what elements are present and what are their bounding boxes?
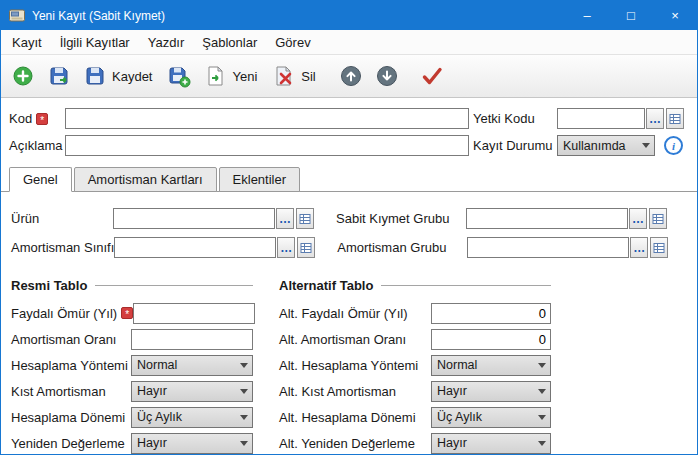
aciklama-row: Açıklama Kayıt Durumu Kullanımda i xyxy=(1,132,697,159)
yetki-kodu-group: Yetki Kodu … xyxy=(473,108,689,129)
aciklama-input[interactable] xyxy=(65,135,469,156)
alt-hesaplama-donemi-select[interactable]: Üç Aylık xyxy=(431,407,551,428)
urun-input[interactable] xyxy=(113,208,275,229)
tab-amortisman-kartlari[interactable]: Amortisman Kartları xyxy=(74,167,217,192)
amortisman-orani-input[interactable] xyxy=(131,329,253,350)
tab-content-genel: Ürün … Sabit Kıymet Grubu … xyxy=(1,192,697,455)
amortisman-sinifi-lookup: … xyxy=(114,237,315,258)
urun-row: Ürün … Sabit Kıymet Grubu … xyxy=(1,204,697,233)
group-divider xyxy=(95,285,253,286)
amortisman-sinifi-list-button[interactable] xyxy=(297,237,315,258)
alt-kist-amortisman-value: Hayır xyxy=(432,384,534,398)
sabit-kiymet-grubu-list-button[interactable] xyxy=(649,208,667,229)
maximize-button[interactable]: □ xyxy=(609,1,653,30)
sabit-kiymet-grubu-lookup: … xyxy=(466,208,667,229)
add-button[interactable] xyxy=(6,61,39,92)
menu-kayit[interactable]: Kayıt xyxy=(3,32,51,53)
info-icon[interactable]: i xyxy=(664,136,683,155)
save-close-icon xyxy=(45,63,72,90)
kist-amortisman-value: Hayır xyxy=(132,384,236,398)
sabit-kiymet-grubu-input[interactable] xyxy=(466,208,628,229)
alt-kist-amortisman-row: Alt. Kıst Amortisman Hayır xyxy=(279,378,551,404)
alternatif-tablo-header: Alternatif Tablo xyxy=(279,276,551,294)
urun-list-button[interactable] xyxy=(296,208,314,229)
yeniden-degerleme-row: Yeniden Değerleme Hayır xyxy=(11,430,253,455)
faydali-omur-row: Faydalı Ömür (Yıl) * xyxy=(11,300,253,326)
alt-hesaplama-donemi-label: Alt. Hesaplama Dönemi xyxy=(279,410,416,425)
alt-hesaplama-donemi-row: Alt. Hesaplama Dönemi Üç Aylık xyxy=(279,404,551,430)
chevron-down-icon xyxy=(534,415,550,420)
hesaplama-donemi-row: Hesaplama Dönemi Üç Aylık xyxy=(11,404,253,430)
alt-kist-amortisman-select[interactable]: Hayır xyxy=(431,381,551,402)
chevron-down-icon xyxy=(236,389,252,394)
kayit-durumu-select[interactable]: Kullanımda xyxy=(557,135,655,156)
menu-yazdir[interactable]: Yazdır xyxy=(139,32,194,53)
amortisman-grubu-browse-button[interactable]: … xyxy=(630,237,648,258)
minimize-button[interactable]: – xyxy=(565,1,609,30)
save-button[interactable]: Kaydet xyxy=(78,61,159,92)
list-icon xyxy=(299,213,311,225)
amortisman-sinifi-browse-button[interactable]: … xyxy=(277,237,295,258)
yeniden-degerleme-label-wrap: Yeniden Değerleme xyxy=(11,436,131,451)
next-record-button[interactable] xyxy=(371,61,404,92)
delete-button[interactable]: Sil xyxy=(267,61,322,92)
close-button[interactable]: × xyxy=(653,1,697,30)
alt-yeniden-degerleme-select[interactable]: Hayır xyxy=(431,433,551,454)
kayit-durumu-value: Kullanımda xyxy=(558,139,638,153)
alt-faydali-omur-input[interactable] xyxy=(431,303,551,324)
urun-browse-button[interactable]: … xyxy=(276,208,294,229)
yeniden-degerleme-select[interactable]: Hayır xyxy=(131,433,253,454)
hesaplama-donemi-label-wrap: Hesaplama Dönemi xyxy=(11,410,131,425)
menu-ilgili-kayitlar[interactable]: İlgili Kayıtlar xyxy=(51,32,139,53)
alt-amortisman-orani-label: Alt. Amortisman Oranı xyxy=(279,332,406,347)
yetki-kodu-list-button[interactable] xyxy=(666,108,684,129)
sabit-kiymet-grubu-label: Sabit Kıymet Grubu xyxy=(336,211,466,226)
urun-label: Ürün xyxy=(11,211,113,226)
hesaplama-yontemi-value: Normal xyxy=(132,358,236,372)
amortisman-sinifi-row: Amortisman Sınıfı … Amortisman Grubu … xyxy=(1,233,697,262)
header-fields: Kod * Yetki Kodu … Açıklama xyxy=(1,98,697,159)
window-title: Yeni Kayıt (Sabit Kıymet) xyxy=(32,9,565,23)
hesaplama-yontemi-select[interactable]: Normal xyxy=(131,355,253,376)
tab-genel[interactable]: Genel xyxy=(9,167,72,192)
save-new-icon xyxy=(165,63,192,90)
kod-input[interactable] xyxy=(65,108,469,129)
list-icon xyxy=(669,113,681,125)
previous-record-button[interactable] xyxy=(335,61,368,92)
alt-yeniden-degerleme-label-wrap: Alt. Yeniden Değerleme xyxy=(279,436,431,451)
kist-amortisman-select[interactable]: Hayır xyxy=(131,381,253,402)
yetki-kodu-browse-button[interactable]: … xyxy=(646,108,664,129)
alt-kist-amortisman-label: Alt. Kıst Amortisman xyxy=(279,384,396,399)
amortisman-grubu-input[interactable] xyxy=(467,237,629,258)
yeniden-degerleme-label: Yeniden Değerleme xyxy=(11,436,125,451)
kayit-durumu-group: Kayıt Durumu Kullanımda i xyxy=(473,135,689,156)
menu-gorev[interactable]: Görev xyxy=(266,32,319,53)
confirm-button[interactable] xyxy=(416,61,449,92)
hesaplama-donemi-select[interactable]: Üç Aylık xyxy=(131,407,253,428)
amortisman-grubu-list-button[interactable] xyxy=(650,237,668,258)
menu-bar: Kayıt İlgili Kayıtlar Yazdır Şablonlar G… xyxy=(1,30,697,54)
checkmark-icon xyxy=(419,63,446,90)
toolbar: Kaydet Yeni xyxy=(1,54,697,98)
alt-yeniden-degerleme-label: Alt. Yeniden Değerleme xyxy=(279,436,415,451)
tab-eklentiler[interactable]: Eklentiler xyxy=(219,167,300,192)
alt-yeniden-degerleme-row: Alt. Yeniden Değerleme Hayır xyxy=(279,430,551,455)
menu-sablonlar[interactable]: Şablonlar xyxy=(193,32,266,53)
amortisman-sinifi-input[interactable] xyxy=(114,237,276,258)
alt-amortisman-orani-input[interactable] xyxy=(431,329,551,350)
faydali-omur-input[interactable] xyxy=(133,303,255,324)
new-button-label: Yeni xyxy=(231,69,261,84)
save-close-button[interactable] xyxy=(42,61,75,92)
hesaplama-donemi-value: Üç Aylık xyxy=(132,410,236,424)
alt-hesaplama-yontemi-select[interactable]: Normal xyxy=(431,355,551,376)
kist-amortisman-label-wrap: Kıst Amortisman xyxy=(11,384,131,399)
sabit-kiymet-grubu-browse-button[interactable]: … xyxy=(629,208,647,229)
new-button[interactable]: Yeni xyxy=(198,61,264,92)
amortisman-orani-label-wrap: Amortisman Oranı xyxy=(11,332,131,347)
save-new-button[interactable] xyxy=(162,61,195,92)
alt-hesaplama-donemi-value: Üç Aylık xyxy=(432,410,534,424)
alt-amortisman-orani-row: Alt. Amortisman Oranı xyxy=(279,326,551,352)
kod-label: Kod xyxy=(9,111,32,126)
alt-faydali-omur-label: Alt. Faydalı Ömür (Yıl) xyxy=(279,306,408,321)
yetki-kodu-input[interactable] xyxy=(557,108,645,129)
